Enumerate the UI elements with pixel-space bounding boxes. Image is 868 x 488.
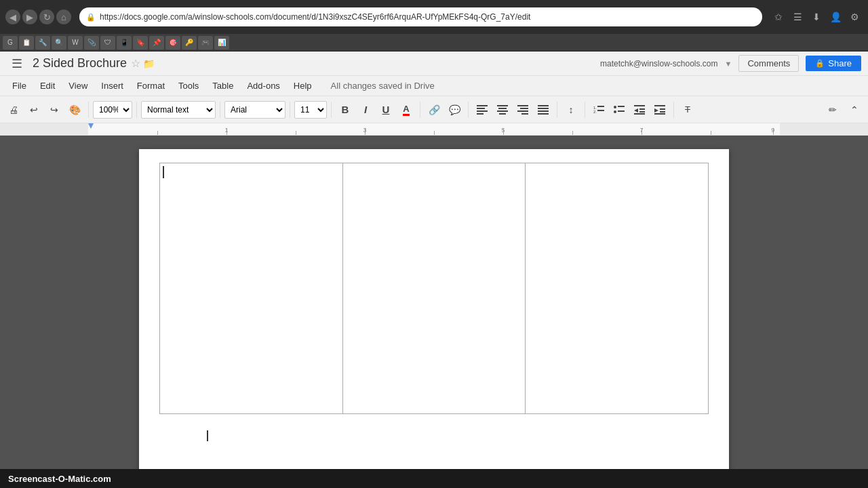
menu-insert[interactable]: Insert — [96, 79, 129, 93]
ext-icon-5[interactable]: W — [68, 36, 83, 49]
print-button[interactable]: 🖨 — [4, 100, 23, 119]
increase-indent-button[interactable] — [650, 100, 669, 119]
svg-rect-24 — [634, 105, 645, 106]
menu-tools[interactable]: Tools — [173, 79, 204, 93]
document-area[interactable] — [0, 136, 868, 469]
align-center-button[interactable] — [493, 100, 512, 119]
folder-icon[interactable]: 📁 — [143, 58, 155, 69]
page-content[interactable] — [139, 149, 729, 469]
suggest-edits-button[interactable]: ✏ — [823, 100, 842, 119]
align-justify-button[interactable] — [534, 100, 553, 119]
user-email: matetchk@winslow-schools.com — [600, 59, 718, 68]
align-right-button[interactable] — [513, 100, 532, 119]
ext-icon-14[interactable]: 📊 — [214, 36, 229, 49]
font-size-select[interactable]: 11 8 9 10 12 14 — [294, 101, 327, 119]
svg-rect-21 — [618, 106, 625, 107]
svg-point-22 — [614, 110, 616, 113]
menu-addons[interactable]: Add-ons — [241, 79, 285, 93]
menu-view[interactable]: View — [63, 79, 93, 93]
menu-format[interactable]: Format — [132, 79, 170, 93]
browser-nav-buttons: ◀ ▶ ↻ ⌂ — [5, 9, 71, 24]
zoom-select[interactable]: 100% 75% 125% 150% — [93, 101, 132, 119]
favorite-star-icon[interactable]: ☆ — [131, 57, 140, 70]
expand-toolbar-button[interactable]: ⌃ — [845, 100, 864, 119]
ruler-label: 1 — [224, 127, 228, 134]
menu-help[interactable]: Help — [288, 79, 317, 93]
settings-icon[interactable]: ⚙ — [846, 9, 863, 25]
table-cell-3[interactable] — [526, 163, 709, 414]
ext-icon-10[interactable]: 📌 — [149, 36, 164, 49]
svg-rect-14 — [538, 110, 549, 112]
sidebar-toggle-button[interactable]: ☰ — [7, 54, 27, 74]
svg-text:2.: 2. — [593, 110, 597, 114]
table-cell-1[interactable] — [160, 163, 343, 414]
ext-icon-8[interactable]: 📱 — [117, 36, 132, 49]
ext-icon-13[interactable]: 🎮 — [198, 36, 213, 49]
svg-rect-32 — [660, 111, 665, 113]
forward-button[interactable]: ▶ — [22, 9, 37, 24]
ruler-tick — [434, 131, 435, 135]
clear-formatting-button[interactable]: T — [678, 100, 697, 119]
italic-button[interactable]: I — [356, 100, 375, 119]
ext-icon-11[interactable]: 🎯 — [165, 36, 180, 49]
menu-file[interactable]: File — [7, 79, 32, 93]
refresh-button[interactable]: ↻ — [39, 9, 54, 24]
paragraph-style-select[interactable]: Normal text Heading 1 Heading 2 Title — [141, 101, 216, 119]
share-button[interactable]: 🔒 Share — [806, 56, 861, 71]
toolbar-separator-5 — [331, 102, 332, 118]
toolbar-separator-9 — [585, 102, 585, 118]
ext-icon-7[interactable]: 🛡 — [100, 36, 115, 49]
table-cell-2[interactable] — [342, 163, 526, 414]
bulleted-list-button[interactable] — [610, 100, 629, 119]
download-icon[interactable]: ⬇ — [808, 9, 825, 25]
bookmark-star-icon[interactable]: ✩ — [770, 9, 787, 25]
numbered-list-button[interactable]: 1.2. — [589, 100, 608, 119]
ext-icon-9[interactable]: 🔖 — [133, 36, 148, 49]
svg-rect-7 — [499, 113, 506, 115]
ext-icon-4[interactable]: 🔍 — [52, 36, 66, 49]
document-page[interactable] — [139, 149, 729, 469]
ext-icon-1[interactable]: G — [3, 36, 18, 49]
doc-cursor-indicator — [207, 430, 211, 441]
line-spacing-button[interactable]: ↕ — [561, 100, 580, 119]
bold-button[interactable]: B — [336, 100, 355, 119]
insert-comment-button[interactable]: 💬 — [445, 100, 464, 119]
ext-icon-6[interactable]: 📎 — [84, 36, 99, 49]
paint-format-button[interactable]: 🎨 — [65, 100, 84, 119]
home-button[interactable]: ⌂ — [56, 9, 71, 24]
svg-rect-4 — [497, 105, 508, 106]
user-dropdown-arrow[interactable]: ▼ — [725, 60, 732, 68]
document-title[interactable]: 2 Sided Brochure — [33, 56, 127, 70]
brochure-table[interactable] — [159, 163, 709, 414]
user-icon[interactable]: 👤 — [827, 9, 844, 25]
comments-button[interactable]: Comments — [738, 55, 799, 72]
svg-rect-10 — [517, 110, 528, 112]
redo-button[interactable]: ↪ — [45, 100, 64, 119]
svg-marker-30 — [654, 108, 658, 113]
svg-rect-2 — [477, 110, 488, 112]
menu-edit[interactable]: Edit — [35, 79, 60, 93]
toolbar-separator-7 — [468, 102, 469, 118]
insert-link-button[interactable]: 🔗 — [425, 100, 443, 119]
ext-icon-3[interactable]: 🔧 — [35, 36, 50, 49]
ruler-tick — [296, 131, 296, 135]
align-left-button[interactable] — [473, 100, 492, 119]
underline-button[interactable]: U — [376, 100, 395, 119]
below-table-area[interactable] — [159, 420, 709, 469]
ruler-left-margin — [0, 123, 88, 135]
address-bar[interactable]: 🔒 https://docs.google.com/a/winslow-scho… — [79, 7, 762, 26]
ruler-left-tab[interactable] — [88, 123, 94, 129]
menu-table[interactable]: Table — [207, 79, 239, 93]
text-color-button[interactable]: A — [397, 100, 416, 119]
browser-menu-icon[interactable]: ☰ — [789, 9, 806, 25]
title-right-actions: matetchk@winslow-schools.com ▼ Comments … — [600, 55, 861, 72]
toolbar-separator-3 — [220, 102, 220, 118]
undo-button[interactable]: ↩ — [24, 100, 43, 119]
back-button[interactable]: ◀ — [5, 9, 20, 24]
decrease-indent-button[interactable] — [630, 100, 649, 119]
font-select[interactable]: Arial Times New Roman Courier New — [224, 101, 285, 119]
page-wrapper — [139, 149, 729, 455]
ext-icon-12[interactable]: 🔑 — [182, 36, 197, 49]
svg-rect-0 — [477, 105, 488, 106]
ext-icon-2[interactable]: 📋 — [19, 36, 34, 49]
